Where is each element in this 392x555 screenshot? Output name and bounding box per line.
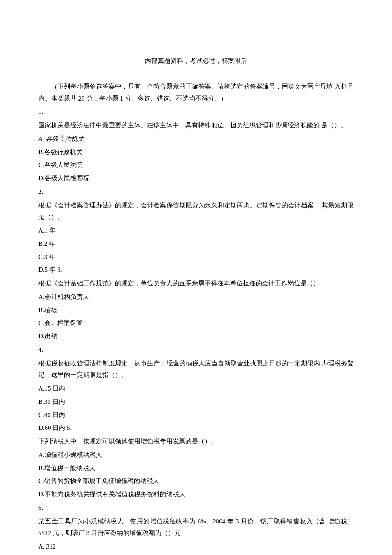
q3-option-b: B.稽核 xyxy=(38,305,354,316)
q4-number: 4. xyxy=(38,344,354,356)
q5-option-a: A.增值税小规模纳税人 xyxy=(38,449,354,461)
q5-text: 下列纳税人中，按规定可以领购使用增值税专用发票的是（）。 xyxy=(38,436,354,448)
q1-text: 国家机关是经济法律中最重要的主体。在该主体中，具有特殊地位、担负组织管理和协调经… xyxy=(38,120,354,132)
q4-text: 根据税收征收管理法律制度规定，从事生产、经营的纳税人应当自领取营业执照之日起的一… xyxy=(38,358,354,382)
q2-option-a: A.1 年 xyxy=(38,225,354,237)
q1-option-a: A. 各级立法机关 xyxy=(38,133,354,145)
page-header: 内部真题资料，考试必过，答案附后 xyxy=(38,55,354,67)
q2-option-d: D.5 年 3. xyxy=(38,264,354,276)
q4-option-d: D.60 日内 5. xyxy=(38,422,354,434)
q1-option-b: B.各级行政机关 xyxy=(38,147,354,158)
q4-option-c: C.40 日内 xyxy=(38,409,354,421)
q3-text: 根据《会计基础工作规范》的规定，单位负责人的直系亲属不得在本单位担任的会计工作岗… xyxy=(38,278,354,290)
q3-option-c: C.会计档案保管 xyxy=(38,317,354,329)
q4-option-a: A.15 日内 xyxy=(38,383,354,395)
q3-option-d: D.出纳 xyxy=(38,331,354,342)
q1-option-d: D.各级人民检察院 xyxy=(38,173,354,184)
q6-text: 某五金工具厂为小规模纳税人，使用的增值税征收率为 6%。2004 年 3 月份，… xyxy=(38,516,354,540)
instructions-text: （下列每小题备选答案中，只有一个符合题意的正确答案。请将选定的答案编号，用英文大… xyxy=(38,81,354,105)
q5-option-d: D.不能向税务机关提供有关增值税税务资料的纳税人 xyxy=(38,489,354,500)
q5-option-c: C.销售的货物全部属于免征增值税的纳税人 xyxy=(38,475,354,487)
q5-option-b: B.增值税一般纳税人 xyxy=(38,463,354,474)
q6-option-a: A. 312 xyxy=(38,541,354,553)
q6-number: 6. xyxy=(38,502,354,514)
q2-option-b: B.2 年 xyxy=(38,238,354,250)
q4-option-b: B.30 日内 xyxy=(38,396,354,408)
q1-number: 1. xyxy=(38,106,354,118)
q2-option-c: C.3 年 xyxy=(38,251,354,263)
q1-option-c: C.各级人民法院 xyxy=(38,159,354,171)
q2-text: 根据《会计档案管理办法》的规定，会计档案保管期限分为永久和定期两类。定期保管的会… xyxy=(38,200,354,224)
q3-option-a: A.会计机构负责人 xyxy=(38,291,354,303)
q2-number: 2. xyxy=(38,186,354,198)
